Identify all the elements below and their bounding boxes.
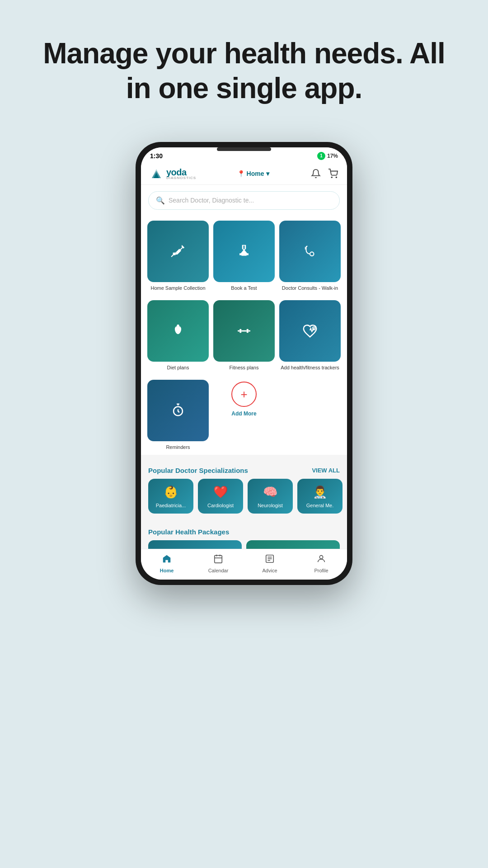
svg-rect-8 xyxy=(239,329,241,333)
book-test-label: Book a Test xyxy=(231,285,257,291)
apple-icon xyxy=(170,323,186,339)
timer-icon xyxy=(170,403,186,418)
svg-point-24 xyxy=(319,555,323,558)
search-placeholder: Search Doctor, Diagnostic te... xyxy=(169,197,254,204)
search-bar[interactable]: 🔍 Search Doctor, Diagnostic te... xyxy=(148,191,340,210)
advice-tab-label: Advice xyxy=(262,568,277,573)
doctor-view-all[interactable]: VIEW ALL xyxy=(312,467,340,474)
top-nav: yoda DIAGNOSTICS 📍 Home ▾ xyxy=(141,163,347,185)
paediatrician-label: Paediatricia... xyxy=(156,503,186,509)
notification-badge: 1 xyxy=(317,152,325,160)
advice-icon xyxy=(265,554,275,566)
bottom-nav: Home Calendar xyxy=(141,549,347,580)
nav-icons xyxy=(310,168,339,179)
service-grid: Home Sample Collection Book a Test xyxy=(147,221,341,455)
fitness-plans-label: Fitness plans xyxy=(230,364,259,371)
tab-profile[interactable]: Profile xyxy=(305,554,337,573)
general-medicine-icon: 👨‍⚕️ xyxy=(313,485,327,499)
doctor-card-cardiologist[interactable]: ❤️ Cardiologist xyxy=(198,479,243,513)
packages-section: Popular Health Packages xyxy=(141,521,347,549)
notification-bell-icon[interactable] xyxy=(310,168,322,179)
home-sample-label: Home Sample Collection xyxy=(150,285,205,291)
packages-scroll xyxy=(141,540,347,549)
profile-tab-label: Profile xyxy=(314,568,328,573)
doctor-consults-icon-box xyxy=(279,221,341,282)
fitness-plans-icon-box xyxy=(213,300,275,362)
microscope-icon xyxy=(236,244,252,259)
health-trackers-icon-box xyxy=(279,300,341,362)
diet-plans-label: Diet plans xyxy=(167,364,189,371)
paediatrician-icon: 👶 xyxy=(164,485,178,499)
add-more-cell[interactable]: + Add More xyxy=(213,380,275,455)
packages-section-header: Popular Health Packages xyxy=(141,521,347,540)
syringe-icon xyxy=(170,244,186,259)
cart-icon[interactable] xyxy=(327,168,339,179)
advice-tab-icon xyxy=(265,554,275,564)
svg-rect-9 xyxy=(247,329,249,333)
heart-tracker-icon xyxy=(302,323,318,339)
cardiologist-icon: ❤️ xyxy=(213,485,228,499)
calendar-tab-label: Calendar xyxy=(208,568,229,573)
dumbbell-icon xyxy=(236,323,252,339)
neurologist-label: Neurologist xyxy=(258,503,283,509)
svg-rect-16 xyxy=(215,555,222,563)
service-home-sample[interactable]: Home Sample Collection xyxy=(147,221,209,296)
location-label: Home xyxy=(247,170,264,177)
diet-plans-icon-box xyxy=(147,300,209,362)
package-card-2[interactable] xyxy=(246,540,340,549)
doctor-section-title: Popular Doctor Specializations xyxy=(148,467,248,474)
neurologist-icon: 🧠 xyxy=(263,485,277,499)
battery-level: 17% xyxy=(327,153,338,159)
general-medicine-label: General Me. xyxy=(306,503,334,509)
search-icon: 🔍 xyxy=(156,196,165,205)
svg-rect-7 xyxy=(238,330,239,331)
section-divider-1 xyxy=(141,455,347,459)
doctor-card-paediatrician[interactable]: 👶 Paediatricia... xyxy=(148,479,193,513)
reminders-label: Reminders xyxy=(166,444,190,450)
add-more-label: Add More xyxy=(231,410,256,417)
logo-sub: DIAGNOSTICS xyxy=(166,176,196,180)
add-more-icon: + xyxy=(231,382,257,407)
package-card-1[interactable] xyxy=(148,540,242,549)
svg-point-6 xyxy=(310,252,314,256)
tab-home[interactable]: Home xyxy=(151,554,183,573)
service-fitness-plans[interactable]: Fitness plans xyxy=(213,300,275,375)
home-icon xyxy=(162,554,172,566)
svg-rect-5 xyxy=(241,255,246,255)
packages-section-title: Popular Health Packages xyxy=(148,528,229,536)
phone-mockup: 1:30 1 17% yoda DIAGNOST xyxy=(136,142,352,585)
logo: yoda DIAGNOSTICS xyxy=(149,166,196,181)
svg-point-4 xyxy=(336,177,337,178)
doctor-card-neurologist[interactable]: 🧠 Neurologist xyxy=(248,479,293,513)
home-tab-icon xyxy=(162,554,172,564)
logo-icon xyxy=(149,166,164,181)
home-tab-label: Home xyxy=(160,568,174,573)
main-scroll[interactable]: 🔍 Search Doctor, Diagnostic te... xyxy=(141,185,347,549)
hero-text: Manage your health needs. All in one sin… xyxy=(0,36,488,106)
status-right: 1 17% xyxy=(317,152,338,160)
cardiologist-label: Cardiologist xyxy=(207,503,234,509)
doctor-card-general[interactable]: 👨‍⚕️ General Me. xyxy=(297,479,343,513)
calendar-icon xyxy=(213,554,223,566)
stethoscope-icon xyxy=(302,244,318,259)
service-diet-plans[interactable]: Diet plans xyxy=(147,300,209,375)
profile-tab-icon xyxy=(316,554,326,564)
chevron-down-icon: ▾ xyxy=(266,170,269,177)
health-trackers-label: Add health/fitness trackers xyxy=(281,364,339,371)
doctor-section-header: Popular Doctor Specializations VIEW ALL xyxy=(141,459,347,479)
doctor-scroll: 👶 Paediatricia... ❤️ Cardiologist 🧠 Neur… xyxy=(141,479,347,520)
reminders-icon-box xyxy=(147,380,209,441)
location-selector[interactable]: 📍 Home ▾ xyxy=(237,170,269,177)
status-time: 1:30 xyxy=(150,152,163,160)
service-book-test[interactable]: Book a Test xyxy=(213,221,275,296)
service-reminders[interactable]: Reminders xyxy=(147,380,209,455)
service-health-trackers[interactable]: Add health/fitness trackers xyxy=(279,300,341,375)
svg-rect-10 xyxy=(249,330,250,331)
service-doctor-consults[interactable]: Doctor Consults - Walk-in xyxy=(279,221,341,296)
location-pin-icon: 📍 xyxy=(237,170,245,177)
tab-advice[interactable]: Advice xyxy=(254,554,286,573)
search-section: 🔍 Search Doctor, Diagnostic te... xyxy=(141,185,347,214)
svg-rect-11 xyxy=(241,330,246,331)
tab-calendar[interactable]: Calendar xyxy=(202,554,234,573)
plus-icon: + xyxy=(240,387,247,401)
